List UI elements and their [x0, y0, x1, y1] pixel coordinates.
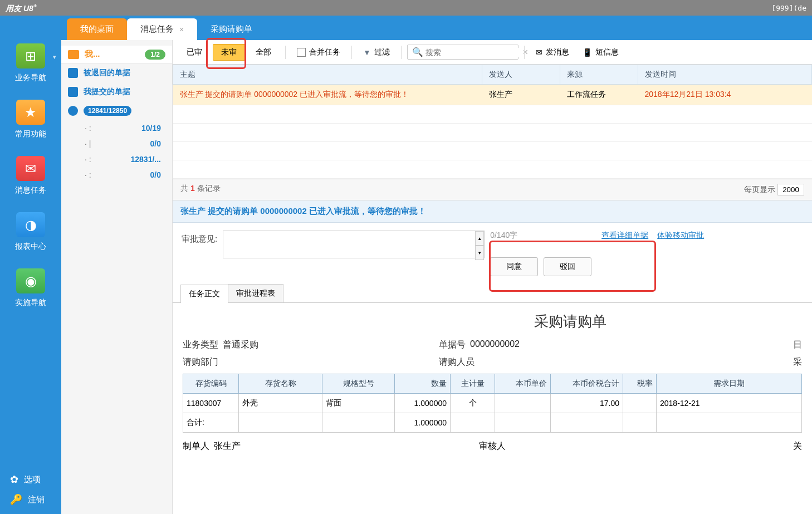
sidebar-label: 业务导航	[15, 73, 46, 83]
dt-col-spec: 规格型号	[322, 374, 395, 394]
tab-desktop[interactable]: 我的桌面	[67, 18, 127, 40]
spin-down[interactable]: ▼	[475, 246, 484, 260]
sidebar2-returned[interactable]: 被退回的单据	[61, 63, 172, 82]
mail-icon: ✉	[16, 156, 45, 181]
options-label: 选项	[24, 474, 41, 485]
folder-icon	[68, 50, 79, 59]
field-label: 请购部门	[183, 356, 218, 368]
separator	[285, 46, 286, 59]
sidebar-item-biz-nav[interactable]: ⊞ 业务导航 ▾	[15, 43, 46, 83]
document-area: 采购请购单 业务类型普通采购 单据号0000000002 日 请购部门 请购人员…	[173, 303, 812, 461]
col-subject[interactable]: 主题	[173, 65, 482, 85]
sidebar-label: 报表中心	[15, 242, 46, 252]
dt-row[interactable]: 11803007 外壳 背面 1.000000 个 17.00 2018-12-…	[183, 394, 802, 413]
tab-message-task[interactable]: 消息任务 ×	[127, 18, 197, 40]
table-row-empty	[173, 105, 812, 124]
filter-approved[interactable]: 已审	[178, 44, 211, 61]
sidebar2-sub[interactable]: · |0/0	[61, 136, 172, 151]
compass-icon: ◉	[16, 268, 45, 293]
sidebar2-chat[interactable]: 12841/12850	[61, 101, 172, 120]
agree-button[interactable]: 同意	[490, 257, 538, 276]
tab-task-body[interactable]: 任务正文	[180, 285, 228, 303]
close-icon[interactable]: ×	[179, 25, 184, 34]
table-row-empty	[173, 124, 812, 142]
doc-title: 采购请购单	[339, 312, 802, 331]
filter-button[interactable]: ▼ 过滤	[358, 45, 395, 60]
sidebar2-sub[interactable]: · :12831/...	[61, 151, 172, 167]
sms-button[interactable]: 📱 短信息	[577, 45, 624, 60]
dt-col-price: 本币单价	[495, 374, 551, 394]
maker-value: 张生产	[214, 440, 241, 452]
char-count: 0/140字	[490, 231, 591, 241]
pgsize-input[interactable]	[777, 184, 804, 195]
search-input[interactable]	[425, 48, 523, 57]
sidebar-item-common[interactable]: ★ 常用功能	[15, 100, 46, 139]
mobile-approval-link[interactable]: 体验移动审批	[657, 231, 704, 241]
field-label: 单据号	[439, 339, 466, 351]
dt-col-code: 存货编码	[183, 374, 239, 394]
sidebar-item-report[interactable]: ◑ 报表中心	[15, 212, 46, 252]
approval-area: 审批意见: ▲ ▼ 0/140字 同意 驳回	[173, 223, 812, 284]
send-msg-button[interactable]: ✉ 发消息	[530, 45, 575, 60]
folder-header[interactable]: 我... 1/2	[61, 46, 172, 63]
main-sidebar: ⊞ 业务导航 ▾ ★ 常用功能 ✉ 消息任务 ◑ 报表中心 ◉ 实施导航	[0, 16, 61, 514]
view-detail-link[interactable]: 查看详细单据	[601, 231, 648, 241]
detail-tabs: 任务正文 审批进程表	[173, 284, 812, 303]
app-name: 用友 U8+	[6, 2, 37, 14]
sidebar-options[interactable]: ✿ 选项	[10, 473, 61, 486]
detail-table: 存货编码 存货名称 规格型号 数量 主计量 本币单价 本币价税合计 税率 需求日…	[183, 374, 802, 433]
biz-nav-icon: ⊞	[16, 43, 45, 68]
dt-col-qty: 数量	[395, 374, 451, 394]
col-sender[interactable]: 发送人	[482, 65, 560, 85]
dt-total-lbl: 合计:	[183, 413, 239, 433]
star-icon: ★	[16, 100, 45, 125]
cell-sent: 2018年12月21日 13:03:4	[638, 85, 812, 105]
col-source[interactable]: 来源	[560, 65, 638, 85]
spin-up[interactable]: ▲	[475, 231, 484, 246]
filter-all[interactable]: 全部	[247, 44, 280, 61]
col-sent[interactable]: 发送时间	[638, 65, 812, 85]
title-bar: 用友 U8+ [999](de	[0, 0, 812, 16]
sidebar2-sub[interactable]: · :10/19	[61, 120, 172, 136]
dt-unit: 个	[451, 394, 495, 413]
field-value: 0000000002	[470, 339, 520, 351]
dt-col-amt: 本币价税合计	[551, 374, 623, 394]
dt-col-name: 存货名称	[239, 374, 322, 394]
sidebar-logout[interactable]: 🔑 注销	[10, 493, 61, 506]
filter-label: 过滤	[374, 47, 390, 57]
dt-tax	[623, 394, 657, 413]
maker-label: 制单人	[183, 440, 209, 452]
opinion-label: 审批意见:	[182, 231, 217, 244]
tab-progress[interactable]: 审批进程表	[228, 284, 283, 302]
sms-label: 短信息	[595, 47, 619, 57]
tab-purchase-req[interactable]: 采购请购单	[197, 18, 266, 40]
dt-total-row: 合计: 1.000000	[183, 413, 802, 433]
sidebar-item-msg[interactable]: ✉ 消息任务	[15, 156, 46, 195]
textarea-spinners: ▲ ▼	[475, 231, 484, 260]
pager: 共 1 条记录 每页显示	[173, 179, 812, 200]
table-row-empty	[173, 160, 812, 179]
dt-reqdate: 2018-12-21	[657, 394, 802, 413]
sidebar2-submitted[interactable]: 我提交的单据	[61, 82, 172, 101]
table-row[interactable]: 张生产 提交的请购单 0000000002 已进入审批流，等待您的审批！ 张生产…	[173, 85, 812, 105]
submit-icon	[68, 87, 78, 97]
merge-task-button[interactable]: 合并任务	[291, 45, 346, 60]
chat-badge: 12841/12850	[84, 106, 131, 116]
filter-pending[interactable]: 未审	[213, 44, 245, 61]
key-icon: 🔑	[10, 493, 22, 506]
sms-icon: 📱	[583, 48, 592, 57]
returned-label: 被退回的单据	[84, 68, 130, 78]
return-icon	[68, 68, 78, 78]
sidebar2-sub[interactable]: · :0/0	[61, 167, 172, 183]
folder-badge: 1/2	[145, 50, 165, 60]
cell-source: 工作流任务	[560, 85, 638, 105]
sidebar-item-impl[interactable]: ◉ 实施导航	[15, 268, 46, 308]
task-table: 主题 发送人 来源 发送时间 张生产 提交的请购单 0000000002 已进入…	[173, 65, 812, 179]
merge-label: 合并任务	[309, 47, 340, 57]
dt-qty: 1.000000	[395, 394, 451, 413]
opinion-textarea[interactable]	[223, 231, 485, 258]
field-label: 业务类型	[183, 339, 218, 351]
doc-footer: 制单人张生产 审核人 关	[183, 440, 802, 452]
dt-col-tax: 税率	[623, 374, 657, 394]
reject-button[interactable]: 驳回	[544, 257, 591, 276]
